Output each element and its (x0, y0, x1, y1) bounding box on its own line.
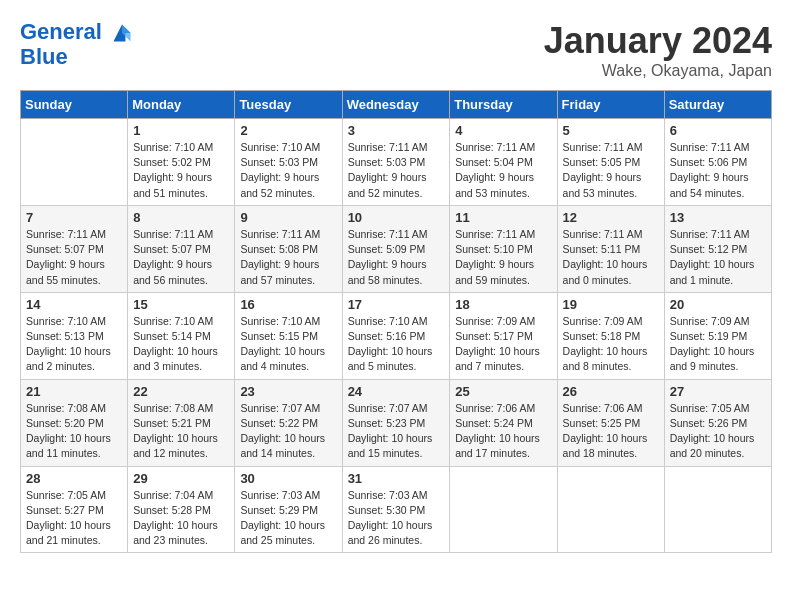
weekday-header-sunday: Sunday (21, 91, 128, 119)
day-number: 8 (133, 210, 229, 225)
calendar-week-1: 1Sunrise: 7:10 AMSunset: 5:02 PMDaylight… (21, 119, 772, 206)
day-info: Sunrise: 7:07 AMSunset: 5:23 PMDaylight:… (348, 402, 433, 460)
logo-text: General Blue (20, 20, 134, 69)
day-number: 6 (670, 123, 766, 138)
calendar-cell (664, 466, 771, 553)
day-info: Sunrise: 7:10 AMSunset: 5:14 PMDaylight:… (133, 315, 218, 373)
day-number: 16 (240, 297, 336, 312)
day-info: Sunrise: 7:11 AMSunset: 5:11 PMDaylight:… (563, 228, 648, 286)
month-title: January 2024 (544, 20, 772, 62)
calendar-cell: 22Sunrise: 7:08 AMSunset: 5:21 PMDayligh… (128, 379, 235, 466)
calendar-cell: 27Sunrise: 7:05 AMSunset: 5:26 PMDayligh… (664, 379, 771, 466)
day-number: 9 (240, 210, 336, 225)
day-info: Sunrise: 7:05 AMSunset: 5:26 PMDaylight:… (670, 402, 755, 460)
location: Wake, Okayama, Japan (544, 62, 772, 80)
calendar-cell: 30Sunrise: 7:03 AMSunset: 5:29 PMDayligh… (235, 466, 342, 553)
weekday-header-monday: Monday (128, 91, 235, 119)
day-info: Sunrise: 7:09 AMSunset: 5:17 PMDaylight:… (455, 315, 540, 373)
day-info: Sunrise: 7:09 AMSunset: 5:18 PMDaylight:… (563, 315, 648, 373)
day-number: 13 (670, 210, 766, 225)
calendar-cell: 4Sunrise: 7:11 AMSunset: 5:04 PMDaylight… (450, 119, 557, 206)
calendar-cell: 3Sunrise: 7:11 AMSunset: 5:03 PMDaylight… (342, 119, 450, 206)
calendar-cell (450, 466, 557, 553)
day-info: Sunrise: 7:10 AMSunset: 5:02 PMDaylight:… (133, 141, 213, 199)
day-number: 17 (348, 297, 445, 312)
day-info: Sunrise: 7:11 AMSunset: 5:12 PMDaylight:… (670, 228, 755, 286)
day-number: 11 (455, 210, 551, 225)
day-number: 3 (348, 123, 445, 138)
day-number: 1 (133, 123, 229, 138)
day-info: Sunrise: 7:11 AMSunset: 5:06 PMDaylight:… (670, 141, 750, 199)
day-number: 25 (455, 384, 551, 399)
weekday-header-wednesday: Wednesday (342, 91, 450, 119)
logo: General Blue (20, 20, 134, 69)
calendar-cell: 16Sunrise: 7:10 AMSunset: 5:15 PMDayligh… (235, 292, 342, 379)
day-number: 5 (563, 123, 659, 138)
day-info: Sunrise: 7:08 AMSunset: 5:21 PMDaylight:… (133, 402, 218, 460)
day-info: Sunrise: 7:10 AMSunset: 5:16 PMDaylight:… (348, 315, 433, 373)
day-info: Sunrise: 7:10 AMSunset: 5:03 PMDaylight:… (240, 141, 320, 199)
day-number: 29 (133, 471, 229, 486)
day-info: Sunrise: 7:06 AMSunset: 5:24 PMDaylight:… (455, 402, 540, 460)
calendar-cell: 20Sunrise: 7:09 AMSunset: 5:19 PMDayligh… (664, 292, 771, 379)
day-number: 28 (26, 471, 122, 486)
day-number: 30 (240, 471, 336, 486)
day-info: Sunrise: 7:05 AMSunset: 5:27 PMDaylight:… (26, 489, 111, 547)
day-info: Sunrise: 7:11 AMSunset: 5:07 PMDaylight:… (133, 228, 213, 286)
calendar-cell: 11Sunrise: 7:11 AMSunset: 5:10 PMDayligh… (450, 205, 557, 292)
calendar-cell: 31Sunrise: 7:03 AMSunset: 5:30 PMDayligh… (342, 466, 450, 553)
day-info: Sunrise: 7:06 AMSunset: 5:25 PMDaylight:… (563, 402, 648, 460)
calendar-week-2: 7Sunrise: 7:11 AMSunset: 5:07 PMDaylight… (21, 205, 772, 292)
day-info: Sunrise: 7:11 AMSunset: 5:04 PMDaylight:… (455, 141, 535, 199)
day-number: 15 (133, 297, 229, 312)
day-number: 23 (240, 384, 336, 399)
day-info: Sunrise: 7:10 AMSunset: 5:15 PMDaylight:… (240, 315, 325, 373)
calendar-cell: 10Sunrise: 7:11 AMSunset: 5:09 PMDayligh… (342, 205, 450, 292)
calendar-week-4: 21Sunrise: 7:08 AMSunset: 5:20 PMDayligh… (21, 379, 772, 466)
weekday-header-saturday: Saturday (664, 91, 771, 119)
day-number: 7 (26, 210, 122, 225)
calendar-week-3: 14Sunrise: 7:10 AMSunset: 5:13 PMDayligh… (21, 292, 772, 379)
day-number: 18 (455, 297, 551, 312)
calendar-cell: 24Sunrise: 7:07 AMSunset: 5:23 PMDayligh… (342, 379, 450, 466)
day-info: Sunrise: 7:08 AMSunset: 5:20 PMDaylight:… (26, 402, 111, 460)
calendar-cell: 18Sunrise: 7:09 AMSunset: 5:17 PMDayligh… (450, 292, 557, 379)
day-number: 2 (240, 123, 336, 138)
calendar-cell: 29Sunrise: 7:04 AMSunset: 5:28 PMDayligh… (128, 466, 235, 553)
calendar-cell: 1Sunrise: 7:10 AMSunset: 5:02 PMDaylight… (128, 119, 235, 206)
day-info: Sunrise: 7:11 AMSunset: 5:10 PMDaylight:… (455, 228, 535, 286)
day-number: 21 (26, 384, 122, 399)
day-number: 24 (348, 384, 445, 399)
weekday-header-thursday: Thursday (450, 91, 557, 119)
calendar-cell: 8Sunrise: 7:11 AMSunset: 5:07 PMDaylight… (128, 205, 235, 292)
calendar-cell (21, 119, 128, 206)
calendar-week-5: 28Sunrise: 7:05 AMSunset: 5:27 PMDayligh… (21, 466, 772, 553)
calendar-cell (557, 466, 664, 553)
calendar-cell: 19Sunrise: 7:09 AMSunset: 5:18 PMDayligh… (557, 292, 664, 379)
calendar-cell: 7Sunrise: 7:11 AMSunset: 5:07 PMDaylight… (21, 205, 128, 292)
day-number: 19 (563, 297, 659, 312)
calendar-table: SundayMondayTuesdayWednesdayThursdayFrid… (20, 90, 772, 553)
day-number: 12 (563, 210, 659, 225)
calendar-cell: 17Sunrise: 7:10 AMSunset: 5:16 PMDayligh… (342, 292, 450, 379)
day-number: 20 (670, 297, 766, 312)
calendar-cell: 23Sunrise: 7:07 AMSunset: 5:22 PMDayligh… (235, 379, 342, 466)
day-info: Sunrise: 7:03 AMSunset: 5:29 PMDaylight:… (240, 489, 325, 547)
day-number: 31 (348, 471, 445, 486)
day-info: Sunrise: 7:10 AMSunset: 5:13 PMDaylight:… (26, 315, 111, 373)
day-info: Sunrise: 7:11 AMSunset: 5:07 PMDaylight:… (26, 228, 106, 286)
day-info: Sunrise: 7:11 AMSunset: 5:09 PMDaylight:… (348, 228, 428, 286)
day-number: 27 (670, 384, 766, 399)
weekday-header-row: SundayMondayTuesdayWednesdayThursdayFrid… (21, 91, 772, 119)
logo-icon (110, 21, 134, 45)
calendar-cell: 13Sunrise: 7:11 AMSunset: 5:12 PMDayligh… (664, 205, 771, 292)
calendar-cell: 6Sunrise: 7:11 AMSunset: 5:06 PMDaylight… (664, 119, 771, 206)
calendar-cell: 28Sunrise: 7:05 AMSunset: 5:27 PMDayligh… (21, 466, 128, 553)
day-info: Sunrise: 7:04 AMSunset: 5:28 PMDaylight:… (133, 489, 218, 547)
day-info: Sunrise: 7:07 AMSunset: 5:22 PMDaylight:… (240, 402, 325, 460)
title-block: January 2024 Wake, Okayama, Japan (544, 20, 772, 80)
day-info: Sunrise: 7:03 AMSunset: 5:30 PMDaylight:… (348, 489, 433, 547)
weekday-header-tuesday: Tuesday (235, 91, 342, 119)
day-info: Sunrise: 7:09 AMSunset: 5:19 PMDaylight:… (670, 315, 755, 373)
day-number: 22 (133, 384, 229, 399)
